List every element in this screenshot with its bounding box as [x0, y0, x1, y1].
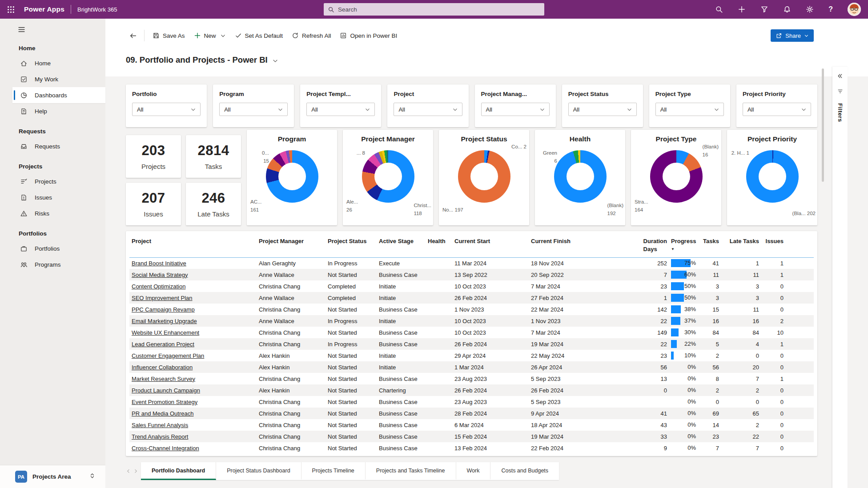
area-switcher[interactable]: PA Projects Area	[0, 465, 105, 488]
table-row[interactable]: SEO Improvement PlanAnne WallaceComplete…	[129, 292, 814, 304]
report-tab-costs-and-budgets[interactable]: Costs and Budgets	[490, 462, 559, 480]
app-name[interactable]: Power Apps	[24, 5, 64, 13]
slicer-dropdown[interactable]: All	[568, 103, 637, 116]
donut-card-project-manager[interactable]: Project Manager ... 8Ale...26Christ...11…	[343, 130, 433, 225]
search-icon[interactable]	[715, 5, 723, 13]
project-link[interactable]: Customer Engagement Plan	[132, 352, 204, 359]
donut-card-project-type[interactable]: Project Type (Blank)16Stra...164	[631, 130, 721, 225]
project-link[interactable]: Sales Funnel Analysis	[132, 422, 188, 428]
column-header-issues[interactable]: Issues	[761, 231, 785, 257]
slicer-dropdown[interactable]: All	[219, 103, 288, 116]
report-tab-project-status-dashboard[interactable]: Project Status Dashboard	[216, 462, 301, 480]
table-row[interactable]: Website UX EnhancementChristina ChangNot…	[129, 327, 814, 338]
sidebar-item-programs[interactable]: Programs	[0, 256, 105, 272]
set-as-default-button[interactable]: Set As Default	[230, 28, 288, 44]
donut-chart[interactable]	[266, 150, 318, 203]
environment-name[interactable]: BrightWork 365	[77, 6, 117, 13]
user-avatar[interactable]	[848, 3, 861, 16]
project-link[interactable]: PR and Media Outreach	[132, 410, 193, 417]
new-button[interactable]: New	[189, 28, 230, 44]
slicer-dropdown[interactable]: All	[743, 103, 811, 116]
donut-chart[interactable]	[362, 150, 414, 203]
sidebar-item-home[interactable]: Home	[0, 55, 105, 71]
project-link[interactable]: Email Marketing Upgrade	[132, 318, 197, 324]
add-icon[interactable]	[738, 5, 746, 13]
kpi-projects[interactable]: 203 Projects	[126, 135, 181, 178]
project-link[interactable]: Social Media Strategy	[132, 272, 188, 278]
table-row[interactable]: Content OptimizationChristina ChangCompl…	[129, 280, 814, 292]
project-link[interactable]: Influencer Collaboration	[132, 364, 193, 371]
slicer-dropdown[interactable]: All	[132, 103, 201, 116]
column-header-project-status[interactable]: Project Status	[326, 231, 377, 257]
column-header-health[interactable]: Health	[426, 231, 452, 257]
donut-card-project-status[interactable]: Project Status Co... 2No... 197	[439, 130, 529, 225]
donut-card-health[interactable]: Health Green6(Blank)192	[535, 130, 625, 225]
column-header-active-stage[interactable]: Active Stage	[377, 231, 426, 257]
report-tab-work[interactable]: Work	[456, 462, 491, 480]
table-row[interactable]: Lead Generation ProjectChristina ChangIn…	[129, 338, 814, 350]
expand-filters-icon[interactable]	[837, 73, 843, 81]
column-header-project-manager[interactable]: Project Manager	[257, 231, 326, 257]
column-header-progress[interactable]: Progress▼	[669, 231, 700, 257]
save-as-button[interactable]: Save As	[148, 28, 189, 44]
sidebar-item-risks[interactable]: Risks	[0, 205, 105, 221]
slicer-dropdown[interactable]: All	[306, 103, 375, 116]
kpi-late-tasks[interactable]: 246 Late Tasks	[186, 183, 241, 225]
table-row[interactable]: Product Launch CampaignAlex HankinNot St…	[129, 384, 814, 396]
report-tab-portfolio-dashboard[interactable]: Portfolio Dashboard	[141, 462, 216, 480]
project-link[interactable]: Brand Boost Initiative	[132, 260, 186, 267]
table-row[interactable]: Customer Engagement PlanAlex HankinNot S…	[129, 350, 814, 361]
table-row[interactable]: Brand Boost InitiativeAlan GeraghtyIn Pr…	[129, 257, 814, 269]
column-header-project[interactable]: Project	[129, 231, 257, 257]
report-tab-projects-timeline[interactable]: Projects Timeline	[301, 462, 366, 480]
column-header-tasks[interactable]: Tasks	[700, 231, 721, 257]
table-row[interactable]: Market Research SurveyChristina ChangNot…	[129, 373, 814, 384]
notifications-bell-icon[interactable]	[783, 5, 791, 13]
filter-icon[interactable]	[760, 5, 768, 13]
table-row[interactable]: Sales Funnel AnalysisChristina ChangNot …	[129, 419, 814, 431]
vertical-scrollbar[interactable]	[822, 68, 824, 182]
project-link[interactable]: Product Launch Campaign	[132, 387, 200, 394]
donut-card-program[interactable]: Program 0...15AC...161	[247, 130, 337, 225]
table-row[interactable]: PR and Media OutreachChristina ChangNot …	[129, 408, 814, 419]
help-icon[interactable]: ?	[828, 5, 833, 13]
column-header-late-tasks[interactable]: Late Tasks	[721, 231, 761, 257]
kpi-issues[interactable]: 207 Issues	[126, 183, 181, 225]
open-in-power-bi-button[interactable]: Open in Power BI	[335, 28, 402, 44]
project-link[interactable]: SEO Improvement Plan	[132, 295, 193, 301]
table-row[interactable]: Email Marketing UpgradeAnne WallaceIn Pr…	[129, 315, 814, 327]
slicer-dropdown[interactable]: All	[394, 103, 462, 116]
report-tab-projects-and-tasks-timeline[interactable]: Projects and Tasks Timeline	[366, 462, 456, 480]
sidebar-item-help[interactable]: Help	[0, 103, 105, 119]
table-row[interactable]: Event Promotion StrategyChristina ChangN…	[129, 396, 814, 408]
donut-chart[interactable]	[554, 150, 607, 203]
project-link[interactable]: Event Promotion Strategy	[132, 399, 197, 405]
share-button[interactable]: Share	[771, 29, 814, 42]
sidebar-item-portfolios[interactable]: Portfolios	[0, 240, 105, 256]
sidebar-item-projects[interactable]: Projects	[0, 173, 105, 189]
sidebar-item-requests[interactable]: Requests	[0, 138, 105, 154]
column-header-current-start[interactable]: Current Start	[452, 231, 529, 257]
donut-card-project-priority[interactable]: Project Priority 2. H... 1(Bla... 202	[727, 130, 817, 225]
refresh-all-button[interactable]: Refresh All	[287, 28, 335, 44]
back-button[interactable]	[126, 28, 141, 44]
project-link[interactable]: Market Research Survey	[132, 376, 195, 382]
search-input[interactable]	[324, 3, 544, 16]
table-row[interactable]: Social Media StrategyAnne WallaceNot Sta…	[129, 269, 814, 280]
kpi-tasks[interactable]: 2814 Tasks	[186, 135, 241, 178]
table-row[interactable]: Influencer CollaborationAlex HankinNot S…	[129, 361, 814, 373]
table-row[interactable]: Trend Analysis ReportChristina ChangNot …	[129, 431, 814, 442]
column-header-current-finish[interactable]: Current Finish	[529, 231, 629, 257]
global-search[interactable]	[324, 3, 544, 16]
settings-gear-icon[interactable]	[806, 5, 814, 13]
table-row[interactable]: Cross-Channel IntegrationChristina Chang…	[129, 442, 814, 454]
table-row[interactable]: PPC Campaign RevampChristina ChangNot St…	[129, 304, 814, 315]
sidebar-item-my-work[interactable]: My Work	[0, 71, 105, 87]
project-link[interactable]: PPC Campaign Revamp	[132, 306, 195, 313]
sidebar-item-dashboards[interactable]: Dashboards	[12, 87, 105, 103]
tab-next-icon[interactable]	[133, 468, 138, 474]
slicer-dropdown[interactable]: All	[481, 103, 550, 116]
sort-descending-icon[interactable]: ▼	[671, 247, 698, 252]
project-link[interactable]: Trend Analysis Report	[132, 433, 188, 440]
sidebar-item-issues[interactable]: Issues	[0, 189, 105, 205]
